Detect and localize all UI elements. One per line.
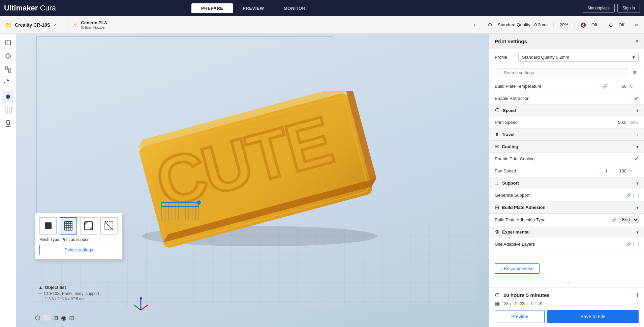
- support-value: Off: [591, 22, 597, 27]
- profile-value: Standard Quality 0.2mm: [522, 55, 569, 60]
- setting-build-plate-temp: Build Plate Temperature 🔗 50 °C: [489, 80, 644, 92]
- grid-icon[interactable]: ⊡: [69, 314, 74, 322]
- cooling-checkbox[interactable]: ✔: [634, 156, 639, 162]
- estimate-top: ⏱ 20 hours 5 minutes ℹ: [495, 292, 639, 298]
- infill-value: 20%: [560, 22, 569, 27]
- search-wrap: 🔍: [495, 68, 628, 77]
- section-speed[interactable]: ⏱ Speed ▾: [489, 105, 644, 116]
- signin-button[interactable]: Sign in: [617, 4, 640, 12]
- profile-dropdown[interactable]: Standard Quality 0.2mm ▾: [518, 53, 639, 62]
- svg-rect-6: [8, 70, 11, 72]
- adhesion-type-link[interactable]: 🔗: [612, 217, 617, 222]
- support-chevron-icon: ▾: [636, 181, 639, 186]
- section-cooling[interactable]: ❄ Cooling ▾: [489, 141, 644, 153]
- save-to-file-button[interactable]: Save to File: [547, 310, 639, 323]
- travel-chevron-icon: ‹: [637, 132, 639, 137]
- pencil-icon: ✏: [38, 291, 42, 296]
- setting-fan-speed: Fan Speed ℹ 100 %: [489, 165, 644, 177]
- section-adhesion[interactable]: ⊞ Build Plate Adhesion ▾: [489, 201, 644, 214]
- setting-adhesion-type: Build Plate Adhesion Type 🔗 Skirt Brim R…: [489, 214, 644, 226]
- tool-rotate[interactable]: [2, 77, 14, 89]
- app-logo: Ultimaker Cura: [4, 4, 56, 12]
- chevron-left-icon: ‹: [500, 266, 502, 271]
- adhesion-type-dropdown[interactable]: Skirt Brim Raft None: [619, 216, 639, 223]
- search-row: 🔍 ≡: [489, 65, 644, 80]
- recommended-button[interactable]: ‹ Recommended: [495, 263, 540, 274]
- tool-mirror[interactable]: [2, 90, 14, 103]
- camera-icon[interactable]: ◉: [61, 314, 66, 322]
- material-info: Generic PLA 0.4mm Nozzle: [81, 20, 107, 29]
- tool-support[interactable]: [2, 117, 14, 130]
- zoom-fit-icon[interactable]: ⊞: [53, 314, 58, 322]
- mesh-btn-cutting[interactable]: [100, 217, 118, 235]
- estimate-detail-text: 138g · 46.23m · € 2.76: [502, 301, 542, 306]
- cooling-chevron-icon: ▾: [636, 144, 639, 149]
- tab-preview[interactable]: PREVIEW: [233, 3, 274, 13]
- printer-chevron[interactable]: ‹: [53, 21, 57, 29]
- viewport[interactable]: CUTE: [16, 34, 489, 327]
- edit-icon[interactable]: ✏: [635, 22, 639, 28]
- svg-marker-11: [8, 94, 10, 99]
- marketplace-button[interactable]: Marketplace: [583, 4, 615, 12]
- settings-list: Build Plate Temperature 🔗 50 °C Enable R…: [489, 80, 644, 259]
- estimate-bar: ⏱ 20 hours 5 minutes ℹ ▦ 138g · 46.23m ·…: [489, 288, 644, 327]
- folder-icon[interactable]: 📁: [5, 21, 12, 29]
- settings-menu-button[interactable]: ≡: [631, 69, 639, 77]
- tab-monitor[interactable]: MONITOR: [274, 3, 315, 13]
- object-item: ✏ CCR10S_Panel_body_support: [38, 291, 99, 296]
- mesh-btn-support[interactable]: [60, 217, 77, 235]
- object-list-bar: ▲ Object list ✏ CCR10S_Panel_body_suppor…: [35, 283, 102, 303]
- adaptive-layers-link[interactable]: 🔗: [626, 242, 631, 247]
- object-list-header[interactable]: ▲ Object list: [38, 285, 99, 290]
- retraction-checkbox[interactable]: ✔: [634, 95, 639, 102]
- generate-support-link[interactable]: 🔗: [626, 193, 631, 198]
- generate-support-checkbox[interactable]: [633, 193, 639, 198]
- setting-print-speed: Print Speed 50.0 mm/s: [489, 116, 644, 129]
- svg-marker-50: [89, 226, 93, 230]
- svg-line-53: [141, 305, 148, 310]
- mesh-icon-row: [39, 217, 118, 235]
- profile-chevron-icon: ▾: [633, 55, 635, 60]
- speed-icon: ⏱: [495, 107, 500, 113]
- section-experimental[interactable]: ⚗ Experimental ▾: [489, 226, 644, 238]
- section-support[interactable]: ⊥ Support ▾: [489, 177, 644, 189]
- setting-enable-cooling: Enable Print Cooling ✔: [489, 153, 644, 165]
- tool-move[interactable]: [2, 50, 14, 62]
- svg-marker-8: [7, 80, 9, 81]
- adhesion-value: Off: [618, 22, 624, 27]
- object-item-name: CCR10S_Panel_body_support: [44, 291, 99, 296]
- panel-close-button[interactable]: ×: [635, 38, 639, 45]
- estimate-actions: Preview Save to File: [495, 310, 639, 323]
- warning-icon: ⚠: [73, 21, 78, 29]
- mesh-btn-infill[interactable]: [80, 217, 97, 235]
- tool-scale[interactable]: [2, 63, 14, 76]
- mesh-btn-normal[interactable]: [39, 217, 57, 235]
- print-quality-label: Standard Quality - 0.2mm: [498, 22, 548, 27]
- preview-button[interactable]: Preview: [495, 310, 545, 323]
- material-chevron[interactable]: ›: [472, 21, 477, 29]
- svg-rect-12: [5, 107, 11, 113]
- mesh-type-popup: Mesh Type: Print as support Select setti…: [35, 213, 123, 260]
- fan-speed-info-icon[interactable]: ℹ: [606, 168, 608, 173]
- setting-enable-retraction: Enable Retraction ✔: [489, 92, 644, 105]
- support-icon: 🔇: [580, 22, 586, 28]
- dots-row: ···: [489, 278, 644, 288]
- printer-name: Creality CR-10S: [15, 22, 50, 28]
- barcode-icon: ▦: [495, 300, 500, 307]
- search-input[interactable]: [495, 68, 628, 77]
- home-view-icon[interactable]: ⬡: [35, 314, 40, 322]
- tab-prepare[interactable]: PREPARE: [191, 3, 233, 13]
- nav-tabs: PREPARE PREVIEW MONITOR: [191, 3, 315, 13]
- select-settings-button[interactable]: Select settings: [39, 245, 118, 255]
- link-icon-build-plate[interactable]: 🔗: [603, 84, 608, 89]
- experimental-chevron-icon: ▾: [636, 229, 639, 235]
- section-travel[interactable]: ⬆ Travel ‹: [489, 129, 644, 141]
- svg-marker-58: [140, 297, 142, 299]
- estimate-info-icon[interactable]: ℹ: [637, 292, 639, 298]
- material-nozzle: 0.4mm Nozzle: [81, 25, 107, 29]
- perspective-icon[interactable]: ⬜: [43, 314, 51, 322]
- tool-select[interactable]: [2, 36, 14, 49]
- profile-label: Profile: [495, 55, 515, 60]
- tool-mesh[interactable]: [2, 104, 14, 116]
- adaptive-layers-checkbox[interactable]: [633, 242, 639, 247]
